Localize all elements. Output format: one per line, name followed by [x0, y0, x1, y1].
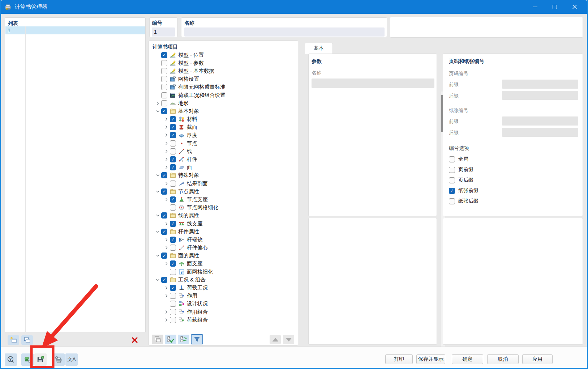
minimize-button[interactable] — [533, 7, 537, 7]
chevron-right-icon[interactable] — [163, 317, 170, 323]
tree-item[interactable]: 作用组合 — [149, 308, 292, 316]
tree-item[interactable]: 面的属性 — [149, 252, 292, 260]
tree-item-checkbox[interactable] — [170, 124, 176, 130]
tree-item-checkbox[interactable] — [161, 188, 167, 195]
sheet-suffix-input[interactable] — [502, 128, 578, 137]
tree-item-checkbox[interactable] — [161, 277, 167, 283]
chevron-right-icon[interactable] — [163, 140, 170, 146]
tree-item-checkbox[interactable] — [161, 76, 167, 82]
tree-item[interactable]: 荷载工况 — [149, 284, 292, 292]
tree-item-checkbox[interactable] — [170, 293, 176, 299]
apply-button[interactable]: 应用 — [522, 354, 553, 364]
tree-item-checkbox[interactable] — [170, 140, 176, 147]
tree-item[interactable]: 杆端铰 — [149, 236, 292, 243]
tree-item-checkbox[interactable] — [170, 309, 176, 315]
chevron-right-icon[interactable] — [163, 157, 170, 162]
tree-item-checkbox[interactable] — [161, 229, 167, 235]
tree-item-checkbox[interactable] — [170, 260, 176, 267]
approve-stamp-button[interactable] — [21, 353, 34, 366]
numbering-option[interactable]: 页前缀 — [449, 166, 575, 174]
tree-item-checkbox[interactable] — [170, 221, 176, 227]
tree-item[interactable]: 杆件属性 — [149, 228, 292, 236]
tree-item[interactable]: 节点支座 — [149, 195, 292, 203]
numbering-option[interactable]: 纸张后缀 — [449, 197, 575, 205]
params-name-input[interactable] — [312, 79, 434, 88]
sheet-prefix-input[interactable] — [502, 116, 578, 126]
tree-item[interactable]: 节点 — [149, 139, 292, 147]
move-down-button[interactable] — [283, 335, 294, 344]
chevron-right-icon[interactable] — [154, 100, 161, 106]
tree-item[interactable]: 有限元网格质量标准 — [149, 83, 292, 91]
tree-item-checkbox[interactable] — [170, 164, 176, 170]
chevron-right-icon[interactable] — [163, 148, 170, 154]
page-prefix-input[interactable] — [502, 80, 578, 89]
numbering-option-checkbox[interactable] — [449, 167, 455, 173]
tree-item[interactable]: 模型 - 位置 — [149, 51, 292, 59]
chevron-down-icon[interactable] — [154, 277, 161, 283]
numbering-option[interactable]: 全局 — [449, 155, 575, 163]
new-list-item-button[interactable] — [8, 335, 19, 345]
tree-item[interactable]: 材料 — [149, 115, 292, 123]
tree-item-checkbox[interactable] — [161, 60, 167, 66]
tree-item[interactable]: 模型 - 参数 — [149, 59, 292, 67]
tree-item[interactable]: 杆件偏心 — [149, 244, 292, 252]
tree-item[interactable]: 地形 — [149, 99, 292, 107]
tree-item-checkbox[interactable] — [161, 172, 167, 178]
tree-item-checkbox[interactable] — [170, 269, 176, 275]
tree-item[interactable]: 作用 — [149, 292, 292, 300]
tree-item[interactable]: 设计状况 — [149, 300, 292, 308]
chevron-down-icon[interactable] — [154, 253, 161, 259]
tree-item-checkbox[interactable] — [161, 92, 167, 98]
page-suffix-input[interactable] — [502, 91, 578, 100]
tree-item[interactable]: 节点网格细化 — [149, 204, 292, 212]
tree-item-checkbox[interactable] — [170, 317, 176, 323]
numbering-option-checkbox[interactable] — [449, 188, 455, 194]
tree-item[interactable]: 面 — [149, 164, 292, 171]
numbering-option-checkbox[interactable] — [449, 198, 455, 204]
tree-item-checkbox[interactable] — [170, 237, 176, 243]
tree-item[interactable]: 荷载组合 — [149, 316, 292, 324]
tree-item-checkbox[interactable] — [170, 148, 176, 154]
maximize-button[interactable] — [553, 5, 557, 9]
tree-item[interactable]: 面支座 — [149, 260, 292, 268]
tree-item[interactable]: 厚度 — [149, 131, 292, 139]
tree-item[interactable]: 工况 & 组合 — [149, 276, 292, 284]
tree-item[interactable]: I杆件 — [149, 155, 292, 163]
close-button[interactable] — [572, 4, 577, 9]
tree-item-checkbox[interactable] — [170, 156, 176, 162]
tree-item-checkbox[interactable] — [170, 285, 176, 291]
chevron-right-icon[interactable] — [163, 181, 170, 186]
chevron-down-icon[interactable] — [154, 173, 161, 178]
print-button[interactable]: 打印 — [385, 354, 413, 364]
tree-item-checkbox[interactable] — [161, 253, 167, 259]
chevron-right-icon[interactable] — [163, 285, 170, 291]
chevron-right-icon[interactable] — [163, 293, 170, 299]
tree-item-checkbox[interactable] — [170, 181, 176, 187]
tree-item[interactable]: 荷载工况和组合设置 — [149, 91, 292, 99]
numbering-option-checkbox[interactable] — [449, 156, 455, 162]
list-item-selected[interactable]: 1 — [5, 26, 145, 34]
tree-item[interactable]: 结果剖面 — [149, 179, 292, 187]
tab-basic[interactable]: 基本 — [305, 43, 333, 54]
tree-item-checkbox[interactable] — [170, 116, 176, 122]
tree-item[interactable]: 节点属性 — [149, 187, 292, 195]
number-input[interactable]: 1 — [152, 27, 175, 37]
chevron-right-icon[interactable] — [163, 237, 170, 242]
tree-item[interactable]: 基本对象 — [149, 107, 292, 115]
tree-item-checkbox[interactable] — [170, 132, 176, 138]
save-and-show-button[interactable]: 保存并显示 — [416, 354, 445, 364]
chevron-right-icon[interactable] — [163, 309, 170, 315]
tree-item[interactable]: 线支座 — [149, 220, 292, 228]
tree-item-checkbox[interactable] — [161, 84, 167, 90]
help-button[interactable]: ? — [5, 353, 17, 366]
tree-item-checkbox[interactable] — [161, 68, 167, 74]
tree-item[interactable]: 线的属性 — [149, 212, 292, 220]
ok-button[interactable]: 确定 — [452, 354, 483, 364]
chevron-right-icon[interactable] — [163, 196, 170, 202]
name-input[interactable] — [184, 27, 385, 37]
filter-button[interactable] — [191, 334, 203, 344]
language-button[interactable]: 文A — [65, 353, 78, 366]
tree-item-checkbox[interactable] — [161, 100, 167, 106]
chevron-down-icon[interactable] — [154, 229, 161, 234]
numbering-option-checkbox[interactable] — [449, 177, 455, 183]
